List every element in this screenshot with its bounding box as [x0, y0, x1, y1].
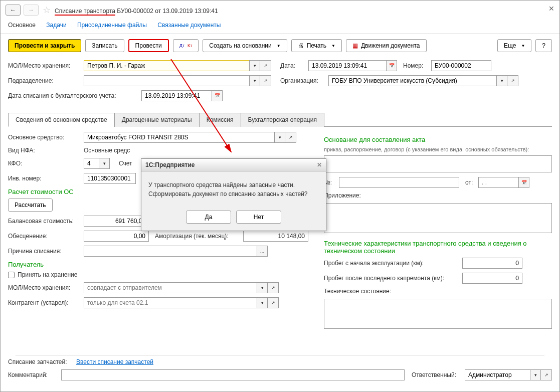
ellipsis-icon[interactable]: …	[257, 246, 268, 257]
open-icon[interactable]: ↗	[268, 297, 279, 308]
dept-input[interactable]	[84, 75, 249, 86]
from-date-input[interactable]	[478, 177, 518, 188]
movements-button[interactable]: ▦Движения документа	[346, 39, 427, 52]
modal-body: У транспортного средства найдены запасны…	[141, 171, 326, 208]
calendar-icon[interactable]: 📅	[518, 177, 529, 188]
attach-textarea[interactable]	[324, 203, 552, 233]
open-icon[interactable]: ↗	[541, 369, 552, 380]
header-form: МОЛ/Место хранения: ▾↗ Дата: 📅 Номер: По…	[1, 57, 559, 108]
dropdown-icon[interactable]: ▾	[249, 75, 260, 86]
calendar-icon[interactable]: 📅	[386, 60, 397, 71]
mol-input[interactable]	[84, 60, 249, 71]
open-icon[interactable]: ↗	[260, 60, 271, 71]
number-input[interactable]	[431, 60, 491, 71]
create-based-button[interactable]: Создать на основании▼	[203, 39, 287, 52]
resp-input[interactable]	[465, 369, 530, 380]
recipient-title: Получатель	[8, 261, 314, 268]
modal-yes-button[interactable]: Да	[186, 211, 231, 224]
dropdown-icon[interactable]: ▾	[257, 282, 268, 293]
post-and-close-button[interactable]: Провести и закрыть	[8, 39, 81, 52]
basis-subtitle: приказ, распоряжение, договор (с указани…	[324, 146, 552, 152]
link-related[interactable]: Связанные документы	[157, 22, 221, 29]
reason-input[interactable]	[84, 246, 257, 257]
open-icon[interactable]: ↗	[268, 282, 279, 293]
open-icon[interactable]: ↗	[260, 75, 271, 86]
cond-label: Техническое состояние:	[324, 288, 399, 295]
post-button[interactable]: Провести	[128, 39, 169, 52]
modal-close-icon[interactable]: ✕	[317, 161, 322, 168]
writeoff-date-input[interactable]	[141, 90, 212, 101]
impair-input[interactable]	[84, 231, 149, 242]
no-input[interactable]	[339, 177, 459, 188]
main-window: ← → ☆ Списание транспорта БУ00-000002 от…	[0, 0, 560, 392]
from-label: от:	[465, 179, 475, 186]
comment-input[interactable]	[61, 369, 405, 380]
right-column: Основание для составления акта приказ, р…	[324, 132, 552, 330]
custody-checkbox[interactable]	[8, 272, 15, 278]
comment-label: Комментарий:	[8, 371, 58, 378]
help-button[interactable]: ?	[535, 39, 552, 52]
movements-icon: ▦	[352, 42, 358, 49]
dtkt-button[interactable]: ДтКт	[173, 39, 199, 52]
close-icon[interactable]: ✕	[548, 5, 554, 13]
dropdown-icon[interactable]: ▾	[496, 75, 507, 86]
account-label: Счет	[119, 160, 139, 167]
kfo-label: КФО:	[8, 160, 81, 167]
balance-label: Балансовая стоимость:	[8, 218, 81, 225]
print-button[interactable]: 🖨Печать▼	[291, 39, 342, 52]
reason-label: Причина списания:	[8, 248, 81, 255]
cond-textarea[interactable]	[324, 299, 552, 329]
kfo-input[interactable]	[84, 158, 99, 169]
mileage1-label: Пробег с начала эксплуатации (км):	[324, 260, 459, 267]
writeoff-date-label: Дата списания с бухгалтерского учета:	[8, 92, 138, 99]
tech-title: Технические характеристики транспортного…	[324, 240, 552, 255]
calculate-button[interactable]: Рассчитать	[8, 199, 53, 212]
mileage2-input[interactable]	[462, 273, 522, 284]
page-title: Списание транспорта БУ00-000002 от 13.09…	[55, 5, 218, 16]
modal-no-button[interactable]: Нет	[236, 211, 281, 224]
nfa-label: Вид НФА:	[8, 147, 81, 154]
more-button[interactable]: Еще▼	[497, 39, 531, 52]
save-button[interactable]: Записать	[85, 39, 124, 52]
parts-label: Списание запчастей:	[8, 358, 73, 365]
inv-input[interactable]	[84, 173, 136, 184]
amort-cur-input[interactable]	[243, 231, 308, 242]
modal-dialog: 1С:Предприятие✕ У транспортного средства…	[141, 158, 326, 231]
tab-accounting[interactable]: Бухгалтерская операция	[241, 113, 324, 127]
basis-title: Основание для составления акта	[324, 136, 552, 143]
dropdown-icon[interactable]: ▾	[274, 132, 285, 143]
mol2-input[interactable]	[84, 282, 257, 293]
favorite-icon[interactable]: ☆	[42, 5, 52, 15]
titlebar: ← → ☆ Списание транспорта БУ00-000002 от…	[1, 1, 559, 20]
resp-label: Ответственный:	[412, 371, 462, 378]
parts-link[interactable]: Ввести списание запчастей	[76, 358, 153, 365]
tab-os-info[interactable]: Сведения об основном средстве	[8, 113, 115, 127]
open-icon[interactable]: ↗	[285, 132, 296, 143]
link-files[interactable]: Присоединенные файлы	[77, 22, 147, 29]
modal-titlebar: 1С:Предприятие✕	[141, 159, 326, 171]
amort-cur-label: Амортизация (тек. месяц):	[155, 233, 240, 240]
tab-commission[interactable]: Комиссия	[199, 113, 241, 127]
mol2-label: МОЛ/Место хранения:	[8, 284, 81, 291]
date-input[interactable]	[308, 60, 386, 71]
open-icon[interactable]: ↗	[507, 75, 518, 86]
dropdown-icon[interactable]: ▾	[530, 369, 541, 380]
back-button[interactable]: ←	[6, 5, 21, 16]
calendar-icon[interactable]: 📅	[212, 90, 223, 101]
link-main[interactable]: Основное	[8, 22, 36, 29]
dropdown-icon[interactable]: ▾	[99, 158, 110, 169]
org-label: Организация:	[280, 77, 325, 84]
balance-input[interactable]	[84, 216, 149, 227]
dropdown-icon[interactable]: ▾	[257, 297, 268, 308]
basis-textarea[interactable]	[324, 155, 552, 172]
dropdown-icon[interactable]: ▾	[249, 60, 260, 71]
mileage1-input[interactable]	[462, 258, 522, 269]
contr-input[interactable]	[84, 297, 257, 308]
contr-label: Контрагент (устарел):	[8, 299, 81, 306]
os-input[interactable]	[84, 132, 274, 143]
org-input[interactable]	[328, 75, 496, 86]
link-tasks[interactable]: Задачи	[46, 22, 66, 29]
tab-precious[interactable]: Драгоценные материалы	[114, 113, 200, 127]
mileage2-label: Пробег после последнего капремонта (км):	[324, 275, 459, 282]
forward-button[interactable]: →	[24, 5, 39, 16]
